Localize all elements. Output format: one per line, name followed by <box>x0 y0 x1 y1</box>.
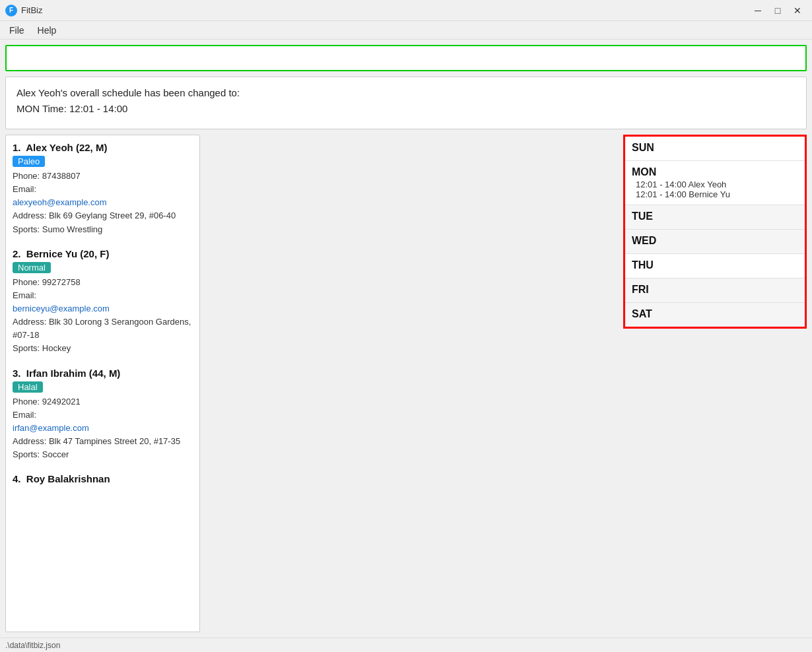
client-email: irfan@example.com <box>13 423 89 433</box>
schedule-day-label: WED <box>632 235 798 247</box>
status-bar: .\data\fitbiz.json <box>0 637 812 652</box>
minimize-button[interactable]: ─ <box>749 3 767 18</box>
client-badge: Halal <box>13 381 43 393</box>
schedule-day: TUE <box>625 205 805 230</box>
schedule-panel: SUNMON12:01 - 14:00 Alex Yeoh12:01 - 14:… <box>205 135 807 632</box>
client-email: alexyeoh@example.com <box>13 197 107 207</box>
schedule-day: SAT <box>625 303 805 327</box>
schedule-day: WED <box>625 230 805 254</box>
bottom-area: 1. Alex Yeoh (22, M)PaleoPhone: 87438807… <box>5 135 807 632</box>
client-name: 1. Alex Yeoh (22, M) <box>13 142 193 153</box>
schedule-day: THU <box>625 254 805 278</box>
client-entry: 3. Irfan Ibrahim (44, M)HalalPhone: 9249… <box>13 368 193 462</box>
schedule-day: FRI <box>625 278 805 303</box>
menu-file[interactable]: File <box>3 23 31 38</box>
client-phone: Phone: 87438807 <box>13 170 193 183</box>
client-sports: Sports: Soccer <box>13 448 193 461</box>
client-name: 3. Irfan Ibrahim (44, M) <box>13 368 193 379</box>
client-email-label: Email:irfan@example.com <box>13 408 193 435</box>
title-bar-left: F FitBiz <box>5 5 43 16</box>
title-bar: F FitBiz ─ □ ✕ <box>0 0 812 21</box>
client-badge: Paleo <box>13 156 45 167</box>
client-email-label: Email:berniceyu@example.com <box>13 289 193 315</box>
client-name: 2. Bernice Yu (20, F) <box>13 248 193 259</box>
app-title: FitBiz <box>21 5 43 15</box>
client-email: berniceyu@example.com <box>13 304 110 313</box>
client-address: Address: Blk 47 Tampines Street 20, #17-… <box>13 435 193 448</box>
client-badge: Normal <box>13 262 51 273</box>
status-text: .\data\fitbiz.json <box>5 641 60 650</box>
client-name: 4. Roy Balakrishnan <box>13 473 193 484</box>
app-icon: F <box>5 5 17 16</box>
schedule-day-label: TUE <box>632 211 798 222</box>
client-sports: Sports: Hockey <box>13 342 193 355</box>
menu-help[interactable]: Help <box>31 23 63 38</box>
client-address: Address: Blk 30 Lorong 3 Serangoon Garde… <box>13 315 193 342</box>
schedule-box: SUNMON12:01 - 14:00 Alex Yeoh12:01 - 14:… <box>623 135 807 329</box>
client-email-label: Email:alexyeoh@example.com <box>13 183 193 209</box>
clients-panel[interactable]: 1. Alex Yeoh (22, M)PaleoPhone: 87438807… <box>5 135 200 632</box>
schedule-day-label: THU <box>632 259 798 271</box>
client-address: Address: Blk 69 Geylang Street 29, #06-4… <box>13 209 193 222</box>
main-content: Alex Yeoh's overall schedule has been ch… <box>0 40 812 637</box>
maximize-button[interactable]: □ <box>768 3 787 18</box>
title-bar-controls: ─ □ ✕ <box>749 3 807 18</box>
search-input[interactable] <box>5 45 807 71</box>
schedule-event: 12:01 - 14:00 Bernice Yu <box>632 189 798 199</box>
client-entry: 1. Alex Yeoh (22, M)PaleoPhone: 87438807… <box>13 142 193 236</box>
schedule-day: MON12:01 - 14:00 Alex Yeoh12:01 - 14:00 … <box>625 161 805 205</box>
client-entry: 2. Bernice Yu (20, F)NormalPhone: 992727… <box>13 248 193 356</box>
schedule-day-label: SAT <box>632 308 798 320</box>
notification-line1: Alex Yeoh's overall schedule has been ch… <box>17 85 795 101</box>
client-entry: 4. Roy Balakrishnan <box>13 473 193 484</box>
client-sports: Sports: Sumo Wrestling <box>13 223 193 236</box>
menu-bar: File Help <box>0 21 812 40</box>
notification-area: Alex Yeoh's overall schedule has been ch… <box>5 77 807 129</box>
schedule-day: SUN <box>625 137 805 161</box>
schedule-day-label: FRI <box>632 284 798 296</box>
schedule-day-label: MON <box>632 166 798 178</box>
notification-line2: MON Time: 12:01 - 14:00 <box>17 101 795 117</box>
schedule-day-label: SUN <box>632 142 798 154</box>
schedule-event: 12:01 - 14:00 Alex Yeoh <box>632 179 798 189</box>
client-phone: Phone: 92492021 <box>13 395 193 408</box>
client-phone: Phone: 99272758 <box>13 276 193 289</box>
close-button[interactable]: ✕ <box>788 3 807 18</box>
